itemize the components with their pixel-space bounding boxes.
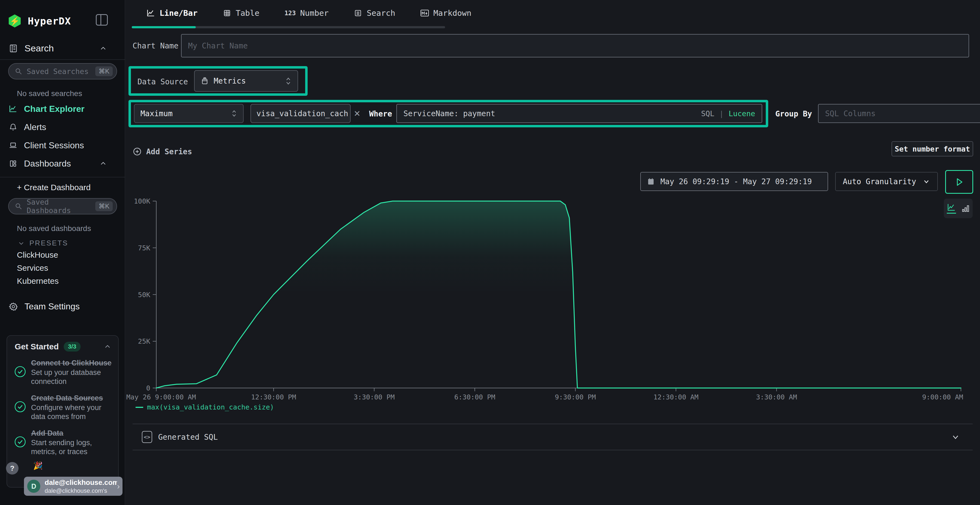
- add-series-button[interactable]: Add Series: [132, 147, 192, 156]
- check-circle-icon: [14, 436, 26, 448]
- app-title: HyperDX: [28, 16, 71, 27]
- series-area-fill: [156, 201, 961, 388]
- sidebar-section-search[interactable]: Search: [9, 43, 118, 54]
- user-org: dale@clickhouse.com's: [45, 487, 117, 494]
- set-number-format-button[interactable]: Set number format: [891, 141, 973, 156]
- x-tick-label: May 26 9:00:00 AM: [126, 393, 196, 401]
- get-started-title: Get Started: [15, 342, 59, 351]
- tab-line-bar[interactable]: Line/Bar: [146, 8, 197, 18]
- chevron-up-down-icon: [285, 77, 291, 85]
- no-saved-dashboards-text: No saved dashboards: [17, 224, 91, 233]
- saved-dashboards-input[interactable]: Saved Dashboards ⌘K: [8, 198, 117, 214]
- avatar: D: [27, 480, 40, 493]
- sidebar-item-label: Alerts: [24, 122, 46, 132]
- group-by-label: Group By: [775, 110, 812, 118]
- chart-icon: [146, 9, 155, 17]
- tab-search[interactable]: Search: [354, 8, 395, 18]
- chart-line-icon: [9, 105, 18, 113]
- database-icon: [200, 77, 209, 85]
- search-icon: [15, 202, 22, 210]
- get-started-item-subtitle: Start sending logs, metrics, or traces: [31, 438, 113, 456]
- sidebar-item-chart-explorer[interactable]: Chart Explorer: [9, 101, 118, 116]
- sql-mode-toggle[interactable]: SQL: [701, 110, 714, 118]
- preset-item-clickhouse[interactable]: ClickHouse: [17, 250, 58, 260]
- get-started-item[interactable]: Create Data SourcesConfigure where your …: [7, 388, 118, 423]
- chevron-up-icon[interactable]: [104, 343, 111, 350]
- sidebar-item-client-sessions[interactable]: Client Sessions: [9, 138, 118, 153]
- data-source-label: Data Source: [137, 77, 188, 86]
- presets-toggle[interactable]: PRESETS: [18, 239, 68, 247]
- get-started-item-title: Add Data: [31, 429, 113, 438]
- chart-name-input[interactable]: My Chart Name: [181, 34, 969, 57]
- lucene-mode-toggle[interactable]: Lucene: [729, 110, 755, 118]
- y-tick-label: 100K: [134, 197, 150, 205]
- sidebar-item-label: Dashboards: [24, 159, 71, 169]
- collapse-sidebar-icon[interactable]: [96, 14, 108, 25]
- tab-label: Search: [367, 8, 395, 18]
- aggregation-select[interactable]: Maximum: [134, 104, 243, 123]
- tab-label: Number: [300, 8, 329, 18]
- get-started-item[interactable]: Connect to ClickHouseSet up your databas…: [7, 353, 118, 388]
- toggle-divider: |: [719, 110, 724, 118]
- search-icon: [15, 67, 22, 75]
- get-started-progress-badge: 3/3: [64, 342, 81, 351]
- tab-underline: [132, 26, 445, 28]
- date-range-value: May 26 09:29:19 - May 27 09:29:19: [660, 177, 812, 186]
- sidebar-item-label: Chart Explorer: [24, 104, 84, 114]
- active-tab-indicator: [132, 26, 196, 28]
- granularity-select[interactable]: Auto Granularity: [835, 172, 938, 191]
- create-dashboard-button[interactable]: + Create Dashboard: [17, 183, 91, 192]
- aggregation-value: Maximum: [140, 109, 173, 118]
- gear-icon: [9, 302, 18, 311]
- legend-swatch: [135, 407, 143, 408]
- table-icon: [223, 9, 231, 17]
- saved-searches-input[interactable]: Saved Searches ⌘K: [8, 63, 117, 79]
- data-source-select[interactable]: Metrics: [194, 70, 298, 92]
- help-button[interactable]: ?: [6, 462, 19, 475]
- tab-number[interactable]: 123Number: [285, 8, 329, 18]
- metric-field-tag[interactable]: visa_validation_cach ✕: [250, 104, 351, 123]
- get-started-item[interactable]: Add DataStart sending logs, metrics, or …: [7, 423, 118, 459]
- presets-label: PRESETS: [29, 239, 68, 247]
- tab-markdown[interactable]: Markdown: [420, 8, 471, 18]
- x-tick-label: 12:30:00 PM: [251, 393, 296, 401]
- sidebar-item-alerts[interactable]: Alerts: [9, 119, 118, 135]
- y-tick-label: 25K: [138, 337, 150, 345]
- preset-item-kubernetes[interactable]: Kubernetes: [17, 276, 59, 286]
- add-series-label: Add Series: [146, 147, 192, 156]
- run-query-button[interactable]: [945, 170, 973, 194]
- preset-item-services[interactable]: Services: [17, 264, 48, 273]
- chevron-up-icon: [100, 160, 107, 167]
- get-started-item-subtitle: Configure where your data comes from: [31, 403, 113, 421]
- sidebar-search-label: Search: [24, 43, 54, 54]
- x-tick-label: 9:00:00 AM: [922, 393, 963, 401]
- chart-name-placeholder: My Chart Name: [188, 41, 248, 50]
- x-tick-label: 9:30:00 PM: [555, 393, 596, 401]
- date-range-picker[interactable]: May 26 09:29:19 - May 27 09:29:19: [640, 172, 828, 191]
- tab-table[interactable]: Table: [223, 8, 259, 18]
- chevron-down-icon: [18, 240, 24, 246]
- x-tick-label: 6:30:00 PM: [454, 393, 495, 401]
- metric-field-name: visa_validation_cach: [256, 109, 348, 118]
- tab-label: Line/Bar: [159, 8, 197, 18]
- where-value: ServiceName: payment: [403, 109, 495, 118]
- user-menu[interactable]: D dale@clickhouse.com dale@clickhouse.co…: [24, 477, 123, 496]
- logo[interactable]: ⚡ HyperDX: [9, 14, 118, 28]
- close-icon[interactable]: ✕: [354, 109, 360, 118]
- code-icon: <>: [142, 431, 152, 443]
- timeseries-chart[interactable]: 100K75K50K25K0May 26 9:00:00 AM12:30:00 …: [125, 191, 980, 403]
- tab-label: Table: [236, 8, 259, 18]
- chevron-up-down-icon: [231, 110, 237, 117]
- team-settings-item[interactable]: Team Settings: [9, 302, 118, 311]
- where-input[interactable]: ServiceName: payment SQL | Lucene: [396, 104, 762, 123]
- chevron-right-icon: ›: [117, 481, 120, 491]
- laptop-icon: [9, 141, 18, 149]
- shortcut-badge: ⌘K: [95, 67, 113, 76]
- sidebar-item-dashboards[interactable]: Dashboards: [9, 156, 118, 171]
- chevron-down-icon[interactable]: [951, 432, 960, 441]
- 123-icon: 123: [285, 10, 296, 17]
- group-by-input[interactable]: SQL Columns: [818, 104, 980, 123]
- get-started-partial-item: 🎉: [7, 459, 118, 470]
- group-by-placeholder: SQL Columns: [825, 109, 875, 118]
- generated-sql-section[interactable]: <> Generated SQL: [132, 424, 973, 450]
